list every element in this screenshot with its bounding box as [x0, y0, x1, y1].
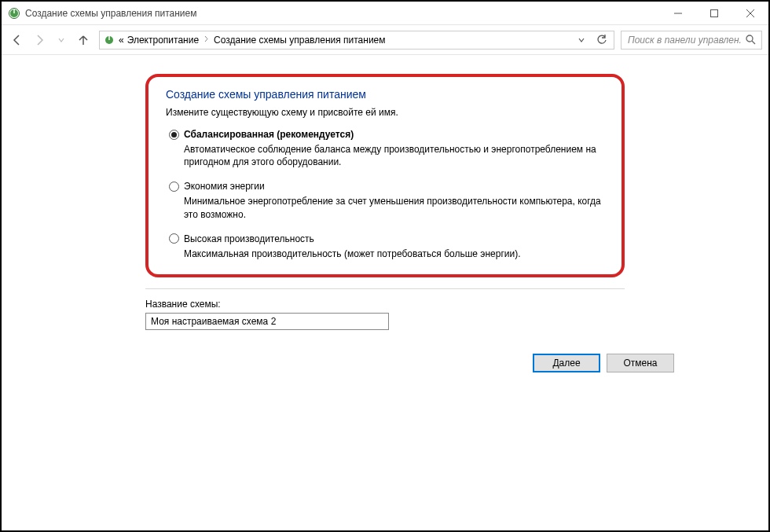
button-row: Далее Отмена	[2, 354, 674, 372]
address-bar[interactable]: « Электропитание Создание схемы управлен…	[99, 31, 614, 50]
close-button[interactable]	[732, 2, 768, 24]
plan-name-input[interactable]	[145, 313, 389, 330]
plan-name-section: Название схемы:	[145, 288, 625, 330]
plan-saver-desc: Минимальное энергопотребление за счет ум…	[169, 195, 604, 220]
next-button[interactable]: Далее	[533, 354, 600, 372]
address-dropdown[interactable]	[573, 31, 590, 49]
radio-performance[interactable]	[169, 233, 179, 244]
breadcrumb-prefix: «	[119, 35, 124, 46]
app-icon	[8, 7, 20, 20]
app-window: Создание схемы управления питанием	[0, 0, 770, 532]
page-subtitle: Измените существующую схему и присвойте …	[166, 107, 604, 118]
plan-performance: Высокая производительность Максимальная …	[166, 233, 604, 260]
up-button[interactable]	[74, 31, 93, 50]
minimize-button[interactable]	[660, 2, 696, 24]
maximize-button[interactable]	[696, 2, 732, 24]
svg-rect-3	[711, 9, 718, 17]
svg-point-7	[746, 35, 753, 42]
window-title: Создание схемы управления питанием	[25, 8, 196, 19]
breadcrumb-item-power[interactable]: Электропитание	[127, 35, 199, 46]
plan-performance-desc: Максимальная производительность (может п…	[169, 248, 604, 260]
window-controls	[660, 2, 768, 24]
radio-saver[interactable]	[169, 182, 179, 192]
plan-balanced-label[interactable]: Сбалансированная (рекомендуется)	[184, 129, 354, 140]
page-title: Создание схемы управления питанием	[166, 88, 604, 101]
recent-dropdown[interactable]	[52, 31, 71, 50]
plan-name-label: Название схемы:	[145, 299, 625, 310]
title-bar: Создание схемы управления питанием	[2, 2, 768, 25]
plan-saver-label[interactable]: Экономия энергии	[184, 181, 265, 192]
forward-button[interactable]	[30, 31, 49, 50]
radio-balanced[interactable]	[169, 130, 179, 140]
content-area: Создание схемы управления питанием Измен…	[2, 55, 768, 530]
plan-performance-label[interactable]: Высокая производительность	[184, 233, 314, 244]
plan-balanced: Сбалансированная (рекомендуется) Автомат…	[166, 129, 604, 168]
nav-toolbar: « Электропитание Создание схемы управлен…	[2, 25, 768, 55]
refresh-button[interactable]	[593, 31, 610, 49]
plan-balanced-desc: Автоматическое соблюдение баланса между …	[169, 143, 604, 168]
options-highlight: Создание схемы управления питанием Измен…	[145, 74, 625, 277]
cancel-button[interactable]: Отмена	[607, 354, 674, 372]
search-icon	[746, 35, 757, 46]
plan-saver: Экономия энергии Минимальное энергопотре…	[166, 181, 604, 220]
back-button[interactable]	[8, 31, 27, 50]
breadcrumb-item-create[interactable]: Создание схемы управления питанием	[214, 35, 385, 46]
chevron-right-icon	[202, 35, 211, 44]
search-input[interactable]	[626, 34, 742, 46]
svg-line-8	[752, 41, 755, 44]
search-box[interactable]	[621, 31, 762, 50]
location-icon	[103, 34, 116, 46]
